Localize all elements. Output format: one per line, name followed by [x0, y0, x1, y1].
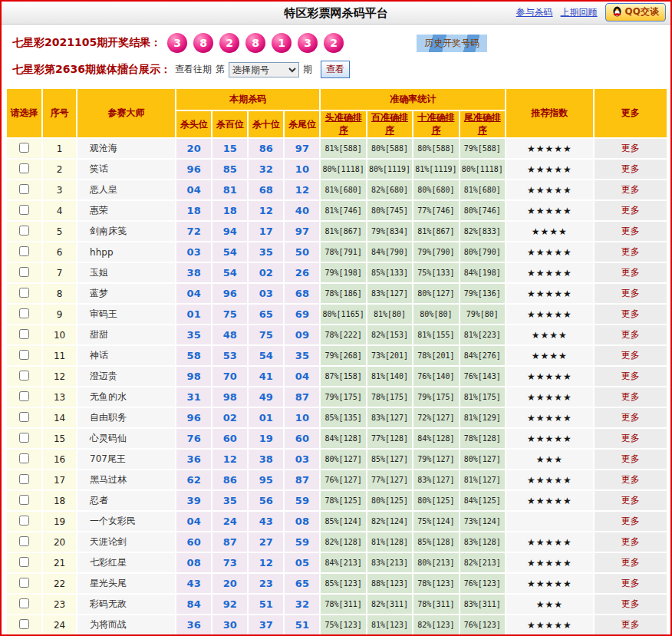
row-select-checkbox[interactable] [19, 474, 29, 484]
view-button[interactable]: 查看 [321, 61, 350, 78]
row-index: 11 [43, 346, 76, 365]
kill-number: 59 [285, 532, 319, 552]
more-link[interactable]: 更多 [621, 184, 640, 195]
header-select: 请选择 [7, 89, 41, 137]
star-rating: ★★★★ [506, 346, 593, 365]
table-row: 23彩码无敌8492513278%[311]82%[311]78%[311]83… [7, 595, 667, 614]
qq-penguin-icon [612, 6, 622, 18]
row-select-checkbox[interactable] [19, 516, 29, 526]
row-select-checkbox[interactable] [19, 557, 29, 567]
sort-head-accuracy-link[interactable]: 头准确排序 [325, 112, 362, 136]
sort-hundred-accuracy-link[interactable]: 百准确排序 [371, 112, 408, 136]
draw-result-label: 七星彩2021105期开奖结果： [12, 36, 161, 50]
accuracy-stat: 81%[123] [367, 615, 412, 634]
accuracy-stat: 81%[155] [413, 325, 458, 344]
row-select-checkbox[interactable] [19, 536, 29, 546]
row-select-checkbox[interactable] [19, 371, 29, 381]
more-cell: 更多 [595, 367, 667, 386]
more-link[interactable]: 更多 [621, 453, 640, 464]
row-select-checkbox[interactable] [19, 184, 29, 194]
period-select[interactable]: 选择期号 [229, 62, 299, 77]
more-link[interactable]: 更多 [621, 226, 640, 236]
header-kill-head: 杀头位 [176, 111, 211, 137]
kill-number: 23 [249, 574, 283, 593]
row-select-checkbox[interactable] [19, 143, 29, 153]
accuracy-stat: 78%[222] [321, 325, 365, 344]
more-link[interactable]: 更多 [621, 267, 640, 278]
kill-number: 30 [212, 615, 247, 634]
row-select-checkbox[interactable] [19, 226, 29, 236]
join-kill-link[interactable]: 参与杀码 [516, 6, 553, 19]
more-link[interactable]: 更多 [621, 433, 640, 443]
more-link[interactable]: 更多 [621, 516, 640, 526]
last-period-review-link[interactable]: 上期回顾 [561, 6, 598, 19]
kill-number: 12 [212, 450, 247, 469]
qq-chat-button[interactable]: QQ交谈 [605, 3, 666, 21]
star-rating: ★★★★★ [506, 429, 593, 448]
star-rating: ★★★★★ [506, 284, 593, 303]
more-link[interactable]: 更多 [621, 474, 640, 485]
more-link[interactable]: 更多 [621, 598, 640, 609]
accuracy-stat: 75%[123] [321, 615, 365, 634]
row-select-checkbox[interactable] [19, 412, 29, 422]
accuracy-stat: 83%[311] [460, 595, 505, 614]
kill-number: 96 [212, 284, 247, 303]
row-select-checkbox[interactable] [19, 288, 29, 298]
accuracy-stat: 83%[127] [413, 470, 458, 489]
accuracy-stat: 81%[867] [321, 222, 365, 241]
accuracy-stat: 82%[311] [367, 595, 412, 614]
row-index: 8 [43, 284, 76, 303]
row-select-checkbox[interactable] [19, 391, 29, 401]
row-select-checkbox[interactable] [19, 205, 29, 215]
more-link[interactable]: 更多 [621, 205, 640, 216]
more-link[interactable]: 更多 [621, 371, 640, 381]
accuracy-stat: 80%[80] [413, 305, 458, 324]
row-select-checkbox[interactable] [19, 246, 29, 256]
more-link[interactable]: 更多 [621, 578, 640, 588]
row-select-checkbox[interactable] [19, 433, 29, 443]
more-link[interactable]: 更多 [621, 495, 640, 506]
row-index: 5 [43, 222, 76, 241]
row-select-checkbox[interactable] [19, 453, 29, 463]
more-link[interactable]: 更多 [621, 329, 640, 340]
more-link[interactable]: 更多 [621, 557, 640, 568]
more-link[interactable]: 更多 [621, 350, 640, 361]
sort-ten-accuracy-link[interactable]: 十准确排序 [417, 112, 454, 136]
row-select-checkbox[interactable] [19, 329, 29, 339]
more-link[interactable]: 更多 [621, 163, 640, 174]
more-link[interactable]: 更多 [621, 288, 640, 298]
row-select-checkbox[interactable] [19, 267, 29, 277]
history-numbers-button[interactable]: 历史开奖号码 [417, 35, 487, 52]
more-link[interactable]: 更多 [621, 391, 640, 402]
kill-number: 03 [249, 284, 283, 303]
more-link[interactable]: 更多 [621, 143, 640, 153]
more-link[interactable]: 更多 [621, 536, 640, 547]
accuracy-stat: 79%[790] [413, 242, 458, 262]
kill-number: 54 [212, 242, 247, 262]
row-select-checkbox[interactable] [19, 350, 29, 360]
more-link[interactable]: 更多 [621, 308, 640, 319]
row-select-checkbox[interactable] [19, 578, 29, 588]
more-link[interactable]: 更多 [621, 246, 640, 257]
row-select-checkbox[interactable] [19, 619, 29, 629]
more-link[interactable]: 更多 [621, 412, 640, 423]
more-cell: 更多 [595, 450, 667, 469]
view-past-label: 查看往期 [175, 63, 212, 76]
star-rating: ★★★★★ [506, 367, 593, 386]
accuracy-stat: 78%[125] [321, 491, 365, 510]
kill-number: 65 [285, 574, 319, 593]
accuracy-stat: 85%[123] [321, 574, 365, 593]
kill-number: 96 [176, 160, 211, 179]
kill-number: 75 [249, 325, 283, 344]
row-select-cell [7, 201, 41, 220]
star-rating: ★★★ [506, 595, 593, 614]
sort-tail-accuracy-link[interactable]: 尾准确排序 [464, 112, 501, 136]
row-select-checkbox[interactable] [19, 308, 29, 318]
master-name: 无鱼的水 [77, 387, 175, 407]
row-index: 18 [43, 491, 76, 510]
more-link[interactable]: 更多 [621, 619, 640, 630]
row-select-checkbox[interactable] [19, 598, 29, 608]
master-name: 彩码无敌 [77, 595, 175, 614]
row-select-checkbox[interactable] [19, 495, 29, 505]
row-select-checkbox[interactable] [19, 163, 29, 173]
